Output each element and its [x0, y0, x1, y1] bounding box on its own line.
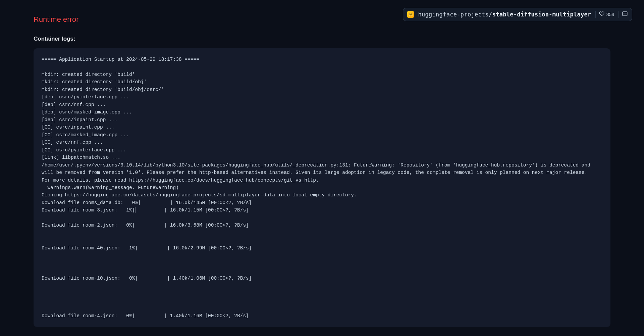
like-count: 354 [606, 12, 614, 17]
repo-org: huggingface-projects [418, 11, 489, 18]
svg-rect-0 [623, 12, 627, 16]
expand-button[interactable] [618, 11, 628, 18]
huggingface-logo-icon: 🤗 [407, 11, 414, 18]
like-section[interactable]: 354 [595, 11, 614, 18]
repo-name: stable-diffusion-multiplayer [492, 11, 591, 18]
expand-icon [622, 11, 628, 18]
logs-container[interactable]: ===== Application Startup at 2024-05-29 … [34, 48, 610, 327]
repo-path-link[interactable]: huggingface-projects/stable-diffusion-mu… [418, 11, 591, 18]
logs-label: Container logs: [34, 36, 610, 42]
heart-icon [599, 11, 604, 18]
repo-separator: / [489, 11, 492, 18]
main-content: Runtime error Container logs: ===== Appl… [0, 0, 644, 327]
header-bar: 🤗 huggingface-projects/stable-diffusion-… [403, 8, 632, 21]
